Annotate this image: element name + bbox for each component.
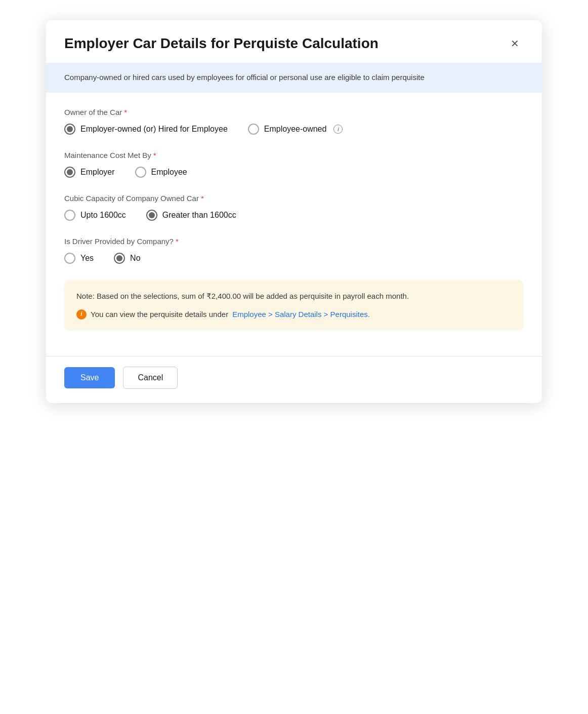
radio-employee-owned-label: Employee-owned [264,125,327,134]
radio-yes[interactable]: Yes [64,253,94,264]
maintenance-field-group: Maintenance Cost Met By * Employer Emplo… [64,151,524,178]
modal-header: Employer Car Details for Perquiste Calcu… [46,20,542,63]
radio-yes-label: Yes [80,254,94,263]
cubic-field-group: Cubic Capacity of Company Owned Car * Up… [64,194,524,221]
close-button[interactable]: ✕ [506,34,524,53]
radio-employee-owned-circle [248,124,259,135]
modal-container: Employer Car Details for Perquiste Calcu… [46,20,542,403]
radio-employer-label: Employer [80,168,115,177]
radio-yes-circle [64,253,75,264]
close-icon: ✕ [511,37,519,50]
owner-radio-group: Employer-owned (or) Hired for Employee E… [64,124,524,135]
note-text: Note: Based on the selections, sum of ₹2… [76,290,512,302]
cancel-button[interactable]: Cancel [123,367,178,389]
driver-label: Is Driver Provided by Company? * [64,237,524,246]
modal-title: Employer Car Details for Perquiste Calcu… [64,34,379,53]
save-button[interactable]: Save [64,367,115,388]
note-link-row: i You can view the perquisite details un… [76,308,512,321]
owner-field-group: Owner of the Car * Employer-owned (or) H… [64,108,524,135]
driver-field-group: Is Driver Provided by Company? * Yes No [64,237,524,264]
radio-upto1600-label: Upto 1600cc [80,211,126,220]
maintenance-required: * [153,151,156,160]
owner-label: Owner of the Car * [64,108,524,116]
radio-upto1600-circle [64,210,75,221]
employee-owned-info-icon[interactable]: i [333,125,343,134]
owner-required: * [124,108,127,116]
modal-body: Owner of the Car * Employer-owned (or) H… [46,93,542,356]
radio-no[interactable]: No [114,253,140,264]
driver-radio-group: Yes No [64,253,524,264]
modal-footer: Save Cancel [46,356,542,403]
perquisite-link[interactable]: Employee > Salary Details > Perquisites. [232,308,370,321]
radio-employer-circle [64,167,75,178]
radio-greater1600[interactable]: Greater than 1600cc [146,210,236,221]
radio-greater1600-label: Greater than 1600cc [162,211,236,220]
driver-required: * [176,237,179,246]
radio-no-label: No [130,254,140,263]
info-banner: Company-owned or hired cars used by empl… [46,63,542,93]
maintenance-label: Maintenance Cost Met By * [64,151,524,160]
radio-employee-label: Employee [151,168,187,177]
radio-employee-owned[interactable]: Employee-owned i [248,124,343,135]
radio-employer[interactable]: Employer [64,167,115,178]
radio-no-circle [114,253,125,264]
note-box: Note: Based on the selections, sum of ₹2… [64,280,524,331]
cubic-required: * [201,194,204,203]
cubic-radio-group: Upto 1600cc Greater than 1600cc [64,210,524,221]
note-link-prefix: You can view the perquisite details unde… [91,308,228,321]
radio-employee-circle [135,167,146,178]
radio-employer-owned[interactable]: Employer-owned (or) Hired for Employee [64,124,228,135]
maintenance-radio-group: Employer Employee [64,167,524,178]
cubic-label: Cubic Capacity of Company Owned Car * [64,194,524,203]
radio-employee[interactable]: Employee [135,167,187,178]
radio-greater1600-circle [146,210,157,221]
orange-info-icon: i [76,309,87,320]
radio-upto1600[interactable]: Upto 1600cc [64,210,126,221]
radio-employer-owned-label: Employer-owned (or) Hired for Employee [80,125,228,134]
radio-employer-owned-circle [64,124,75,135]
